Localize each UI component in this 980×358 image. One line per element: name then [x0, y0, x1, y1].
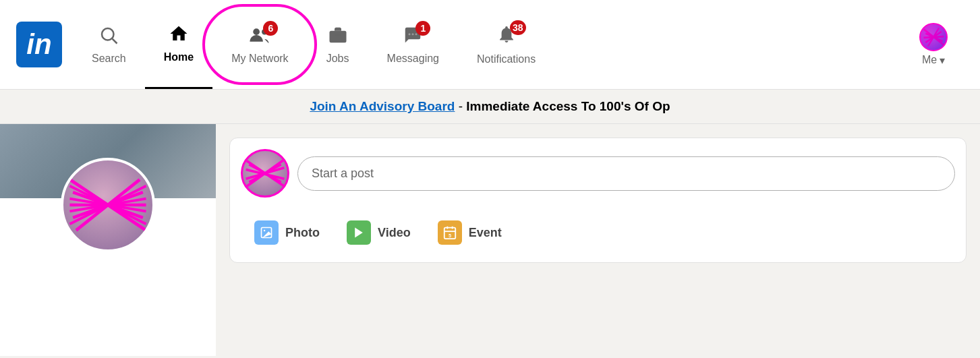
svg-point-0: [102, 28, 114, 40]
svg-point-8: [412, 33, 414, 35]
jobs-icon: [328, 25, 348, 50]
ad-separator: -: [455, 99, 466, 113]
nav-items: Search Home 6 My Netwo: [73, 0, 903, 89]
ad-plain-text: Immediate Access To 100's Of Op: [466, 99, 670, 113]
photo-button[interactable]: Photo: [241, 214, 333, 251]
sidebar-item-notifications[interactable]: 38 Notifications: [458, 0, 554, 89]
messaging-badge: 1: [415, 21, 430, 36]
home-icon: [169, 24, 189, 49]
mynetwork-badge: 6: [263, 21, 278, 36]
event-icon: 5: [438, 220, 462, 245]
mynetwork-icon: 6: [248, 25, 271, 50]
home-label: Home: [164, 51, 194, 63]
main-content: Start a post Photo: [0, 124, 980, 356]
svg-point-7: [409, 33, 411, 35]
event-label: Event: [469, 226, 502, 240]
svg-point-31: [264, 230, 266, 232]
linkedin-logo[interactable]: in: [16, 22, 62, 67]
messaging-icon: 1: [402, 25, 424, 50]
video-icon: [347, 220, 371, 245]
start-a-post-input[interactable]: Start a post: [297, 156, 955, 191]
sidebar-item-home[interactable]: Home: [145, 0, 212, 89]
photo-icon: [254, 220, 279, 245]
notifications-badge: 38: [510, 20, 526, 35]
linkedin-logo-text: in: [26, 30, 51, 59]
svg-line-10: [924, 29, 944, 45]
sidebar-item-search[interactable]: Search: [73, 0, 145, 89]
post-card: Start a post Photo: [229, 138, 967, 263]
ad-banner: Join An Advisory Board - Immediate Acces…: [0, 90, 980, 124]
sidebar-item-mynetwork[interactable]: 6 My Network: [212, 0, 307, 89]
svg-line-14: [928, 28, 939, 46]
svg-text:5: 5: [449, 233, 451, 239]
post-area: Start a post Photo: [216, 124, 980, 356]
svg-line-19: [76, 179, 140, 230]
search-label: Search: [92, 53, 126, 65]
svg-line-18: [73, 192, 143, 218]
notifications-label: Notifications: [477, 53, 536, 65]
svg-line-22: [69, 199, 146, 212]
svg-line-20: [69, 186, 146, 225]
post-user-avatar: [241, 149, 289, 198]
post-input-row: Start a post: [241, 149, 955, 198]
ad-link[interactable]: Join An Advisory Board: [310, 99, 455, 113]
video-button[interactable]: Video: [333, 214, 424, 251]
svg-line-15: [69, 179, 146, 230]
svg-line-21: [69, 199, 146, 212]
svg-marker-32: [355, 228, 363, 238]
svg-line-23: [69, 186, 146, 225]
messaging-label: Messaging: [387, 53, 439, 65]
post-actions: Photo Video: [241, 214, 955, 251]
post-placeholder: Start a post: [312, 167, 374, 180]
sidebar-item-messaging[interactable]: 1 Messaging: [368, 0, 458, 89]
avatar: [919, 23, 948, 51]
svg-rect-4: [329, 30, 346, 42]
svg-line-11: [925, 33, 942, 41]
left-sidebar: [0, 124, 216, 356]
svg-line-16: [73, 192, 143, 218]
event-button[interactable]: 5 Event: [424, 214, 515, 251]
notifications-icon: 38: [496, 24, 517, 51]
sidebar-item-jobs[interactable]: Jobs: [308, 0, 368, 89]
svg-point-2: [254, 28, 260, 35]
photo-label: Photo: [285, 226, 320, 240]
me-menu[interactable]: Me ▾: [903, 0, 964, 89]
svg-line-12: [924, 36, 944, 38]
jobs-label: Jobs: [326, 53, 349, 65]
search-icon: [98, 25, 119, 50]
video-label: Video: [378, 226, 411, 240]
svg-line-13: [925, 31, 942, 42]
mynetwork-label: My Network: [231, 53, 288, 65]
sidebar-profile-avatar[interactable]: [61, 158, 155, 252]
me-label: Me ▾: [922, 54, 945, 67]
navbar: in Search Home: [0, 0, 980, 90]
svg-line-1: [113, 38, 117, 43]
